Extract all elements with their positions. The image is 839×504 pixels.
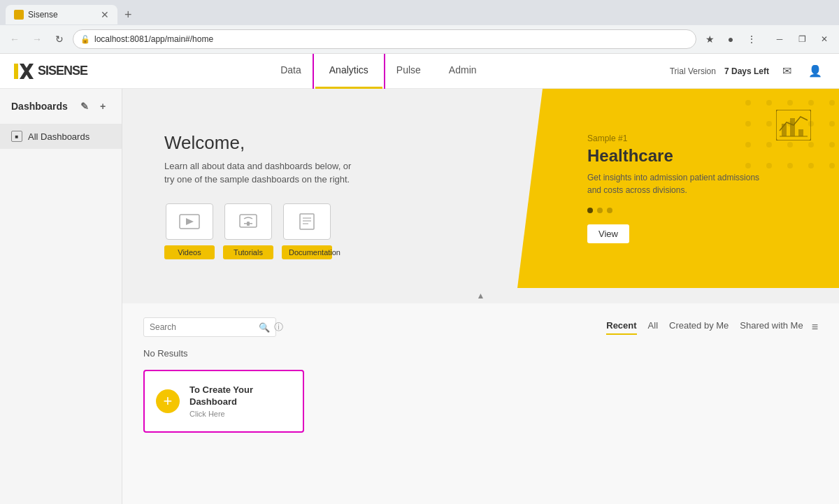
hero-buttons: Videos Tutorials bbox=[164, 203, 489, 259]
sidebar: Dashboards ✎ + ■ All Dashboards bbox=[0, 89, 122, 504]
logo-icon bbox=[14, 64, 34, 79]
carousel-dot-1[interactable] bbox=[587, 208, 593, 213]
sidebar-item-label: All Dashboards bbox=[28, 131, 89, 142]
all-dashboards-icon: ■ bbox=[11, 131, 22, 142]
hero-documentation-item: Documentation bbox=[282, 203, 332, 259]
forward-button[interactable]: → bbox=[28, 30, 46, 48]
carousel-dot-3[interactable] bbox=[607, 208, 612, 213]
content-area: Welcome, Learn all about data and dashbo… bbox=[122, 89, 839, 504]
sidebar-title: Dashboards bbox=[11, 101, 68, 112]
logo-area: SISENSE bbox=[14, 64, 87, 79]
carousel-dot-2[interactable] bbox=[597, 208, 603, 213]
tutorials-icon-box bbox=[224, 203, 272, 240]
svg-point-23 bbox=[766, 121, 772, 127]
nav-link-data[interactable]: Data bbox=[266, 54, 315, 89]
maximize-button[interactable]: ❐ bbox=[793, 30, 811, 48]
sample-title: Healthcare bbox=[587, 146, 811, 166]
sidebar-header-actions: ✎ + bbox=[77, 99, 110, 114]
filter-tab-recent[interactable]: Recent bbox=[606, 320, 636, 335]
healthcare-chart-icon bbox=[776, 110, 811, 141]
svg-point-31 bbox=[829, 142, 835, 147]
svg-point-19 bbox=[787, 100, 793, 106]
hero-separator bbox=[517, 89, 559, 288]
svg-point-22 bbox=[745, 121, 751, 127]
nav-link-pulse[interactable]: Pulse bbox=[382, 54, 435, 89]
new-tab-button[interactable]: + bbox=[120, 8, 136, 22]
search-info-icon[interactable]: ⓘ bbox=[274, 321, 283, 333]
svg-point-26 bbox=[829, 121, 835, 127]
sisense-logo: SISENSE bbox=[14, 64, 87, 79]
hero-description: Learn all about data and dashboards belo… bbox=[164, 159, 489, 187]
minimize-button[interactable]: ─ bbox=[770, 30, 789, 48]
top-nav: SISENSE Data Analytics Pulse Admin Trial… bbox=[0, 54, 839, 89]
svg-rect-16 bbox=[798, 129, 803, 136]
close-window-button[interactable]: ✕ bbox=[815, 30, 833, 48]
url-text: localhost:8081/app/main#/home bbox=[94, 34, 213, 44]
hero-carousel-dots bbox=[587, 208, 811, 213]
browser-toolbar: ← → ↻ 🔓 localhost:8081/app/main#/home ★ … bbox=[0, 25, 839, 53]
svg-rect-7 bbox=[244, 223, 252, 224]
hero-collapse-button[interactable]: ▲ bbox=[122, 288, 839, 303]
days-left-text: 7 Days Left bbox=[724, 66, 769, 76]
tab-favicon bbox=[14, 10, 24, 20]
svg-marker-4 bbox=[186, 218, 194, 225]
filter-tab-created-by-me[interactable]: Created by Me bbox=[669, 320, 729, 335]
hero-welcome-title: Welcome, bbox=[164, 132, 489, 154]
videos-button[interactable]: Videos bbox=[164, 245, 215, 259]
filter-tab-shared-with-me[interactable]: Shared with Me bbox=[740, 320, 803, 335]
create-dashboard-card[interactable]: + To Create Your Dashboard Click Here bbox=[143, 370, 304, 433]
tutorials-button[interactable]: Tutorials bbox=[223, 245, 273, 259]
svg-rect-15 bbox=[790, 118, 795, 136]
nav-link-admin[interactable]: Admin bbox=[435, 54, 491, 89]
app-wrapper: SISENSE Data Analytics Pulse Admin Trial… bbox=[0, 54, 839, 504]
view-sample-button[interactable]: View bbox=[587, 224, 629, 243]
dashboard-filter-tabs: Recent All Created by Me Shared with Me bbox=[606, 320, 803, 335]
browser-tabs: Sisense ✕ + bbox=[0, 0, 839, 25]
user-profile-button[interactable]: 👤 bbox=[805, 62, 825, 81]
svg-point-20 bbox=[808, 100, 814, 106]
sidebar-item-all-dashboards[interactable]: ■ All Dashboards bbox=[0, 124, 122, 149]
videos-icon bbox=[178, 213, 201, 230]
bookmark-button[interactable]: ★ bbox=[701, 30, 719, 48]
documentation-button[interactable]: Documentation bbox=[282, 245, 332, 259]
refresh-button[interactable]: ↻ bbox=[50, 30, 69, 48]
browser-tab-active[interactable]: Sisense ✕ bbox=[6, 5, 117, 24]
plus-symbol: + bbox=[164, 392, 173, 410]
create-dashboard-plus-icon: + bbox=[156, 389, 180, 413]
top-nav-links: Data Analytics Pulse Admin bbox=[266, 54, 490, 89]
more-button[interactable]: ⋮ bbox=[743, 30, 761, 48]
create-dashboard-subtitle: Click Here bbox=[189, 410, 253, 418]
svg-point-36 bbox=[829, 163, 835, 168]
main-area: Dashboards ✎ + ■ All Dashboards Welcome, bbox=[0, 89, 839, 504]
svg-rect-8 bbox=[300, 214, 314, 229]
hero-tutorials-item: Tutorials bbox=[223, 203, 273, 259]
no-results-label: No Results bbox=[143, 348, 818, 359]
nav-right: Trial Version 7 Days Left ✉ 👤 bbox=[670, 62, 825, 81]
hero-diagonal-fill bbox=[517, 89, 559, 288]
sample-desc: Get insights into admission patient admi… bbox=[587, 171, 811, 196]
nav-link-analytics[interactable]: Analytics bbox=[315, 54, 382, 89]
documentation-icon bbox=[296, 213, 318, 230]
create-dashboard-text: To Create Your Dashboard Click Here bbox=[189, 384, 253, 418]
profile-button[interactable]: ● bbox=[722, 30, 740, 48]
svg-point-18 bbox=[766, 100, 772, 106]
tab-close-button[interactable]: ✕ bbox=[101, 9, 109, 20]
dashboard-toolbar: 🔍 ⓘ Recent All Created by Me Shared with… bbox=[143, 317, 818, 337]
tutorials-icon bbox=[237, 213, 259, 230]
sidebar-edit-button[interactable]: ✎ bbox=[77, 99, 92, 114]
list-view-button[interactable]: ≡ bbox=[812, 321, 818, 333]
address-bar[interactable]: 🔓 localhost:8081/app/main#/home bbox=[73, 29, 696, 49]
search-icon: 🔍 bbox=[259, 322, 270, 333]
svg-point-17 bbox=[745, 100, 751, 106]
search-input[interactable] bbox=[150, 322, 254, 332]
window-controls: ─ ❐ ✕ bbox=[770, 30, 833, 48]
create-dashboard-title-line1: To Create Your bbox=[189, 384, 253, 396]
hero-section: Welcome, Learn all about data and dashbo… bbox=[122, 89, 839, 288]
hero-right: Sample #1 Healthcare Get insights into a… bbox=[559, 89, 839, 288]
hero-left: Welcome, Learn all about data and dashbo… bbox=[122, 89, 517, 288]
tab-title: Sisense bbox=[28, 10, 58, 20]
back-button[interactable]: ← bbox=[6, 30, 24, 48]
notifications-button[interactable]: ✉ bbox=[777, 62, 797, 81]
filter-tab-all[interactable]: All bbox=[648, 320, 658, 335]
sidebar-add-button[interactable]: + bbox=[95, 99, 110, 114]
